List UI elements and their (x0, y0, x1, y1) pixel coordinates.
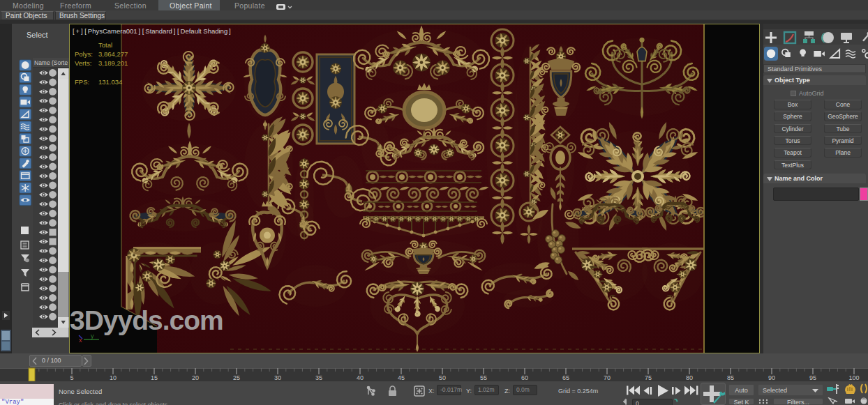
svg-text:60: 60 (521, 374, 528, 381)
svg-text:5: 5 (70, 374, 73, 381)
svg-text:65: 65 (562, 374, 569, 381)
svg-text:100: 100 (848, 374, 859, 381)
svg-text:30: 30 (274, 374, 281, 381)
svg-text:75: 75 (645, 374, 652, 381)
svg-text:40: 40 (357, 374, 364, 381)
svg-text:80: 80 (686, 374, 693, 381)
svg-text:85: 85 (727, 374, 734, 381)
svg-text:70: 70 (604, 374, 611, 381)
svg-text:35: 35 (315, 374, 322, 381)
svg-text:10: 10 (110, 374, 117, 381)
svg-text:45: 45 (398, 374, 405, 381)
svg-text:90: 90 (768, 374, 775, 381)
svg-text:50: 50 (439, 374, 446, 381)
svg-text:95: 95 (809, 374, 816, 381)
svg-text:55: 55 (480, 374, 487, 381)
svg-text:25: 25 (233, 374, 240, 381)
svg-text:15: 15 (151, 374, 158, 381)
svg-text:20: 20 (192, 374, 199, 381)
